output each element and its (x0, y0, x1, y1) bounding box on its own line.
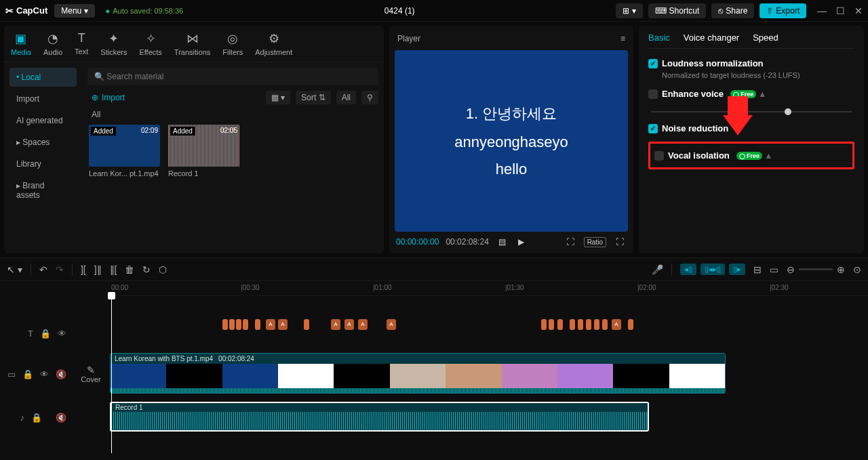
lock-icon[interactable]: 🔒 (31, 413, 42, 423)
shortcut-button[interactable]: ⌨ Shortcut (648, 3, 707, 18)
media-sidebar: • Local Import AI generated ▸ Spaces Lib… (4, 62, 82, 253)
player-viewport[interactable]: 1. 안녕하세요 annyeonghaseyo hello (395, 50, 628, 232)
preview-text-line1: 1. 안녕하세요 (466, 104, 557, 124)
player-menu-icon[interactable]: ≡ (620, 34, 625, 43)
tab-text[interactable]: TText (75, 31, 88, 56)
inspector-panel: Basic Voice changer Speed ✓ Loudness nor… (639, 26, 864, 253)
checkbox-icon: ✓ (648, 59, 658, 68)
sidebar-item-import[interactable]: Import (9, 89, 77, 108)
eye-icon[interactable]: 👁 (58, 329, 66, 339)
loudness-normalization-toggle[interactable]: ✓ Loudness normalization (648, 58, 854, 68)
menu-button[interactable]: Menu ▾ (54, 4, 94, 18)
ratio-button[interactable]: Ratio (584, 237, 606, 247)
lock-icon[interactable]: 🔒 (40, 329, 51, 339)
media-panel: ▣Media ◔Audio TText ✦Stickers ✧Effects ⋈… (4, 26, 384, 253)
mic-button[interactable]: 🎤 (652, 264, 663, 275)
clip-name: Learn Korean with BTS pt.1.mp4 (115, 355, 213, 362)
undo-button[interactable]: ↶ (39, 264, 47, 275)
playhead[interactable] (111, 296, 112, 453)
play-button[interactable]: ▶ (515, 236, 527, 248)
crop-icon[interactable]: ⛶ (564, 236, 577, 248)
preview-tool[interactable]: ▭ (770, 264, 778, 275)
sidebar-item-local[interactable]: • Local (9, 68, 77, 87)
tab-basic[interactable]: Basic (648, 33, 670, 43)
audio-clip[interactable]: Record 1 (110, 402, 649, 432)
media-item-name: Learn Kor... pt.1.mp4 (89, 169, 160, 177)
text-icon: T (78, 31, 85, 45)
vocal-isolation-highlight: Vocal isolation Free ▴ (648, 142, 854, 169)
media-item[interactable]: Added 02:05 Record 1 (168, 125, 239, 177)
mute-icon[interactable]: 🔇 (56, 369, 66, 379)
grid-view-button[interactable]: ▦ ▾ (266, 91, 290, 104)
close-button[interactable]: ✕ (854, 5, 863, 16)
pencil-icon: ✎ (75, 364, 107, 375)
zoom-slider[interactable] (799, 268, 833, 270)
split-right-tool[interactable]: ‖[ (110, 264, 117, 275)
timeline-panel: ↖ ▾ ↶ ↷ ][ ]‖ ‖[ 🗑 ↻ ⬡ 🎤 ◂▯ ▯◂▸▯ ▯▸ ⊟ ▭ … (0, 257, 868, 460)
sidebar-item-ai[interactable]: AI generated (9, 111, 77, 130)
delete-tool[interactable]: 🗑 (125, 264, 134, 275)
vocal-isolation-toggle[interactable]: Vocal isolation Free ▴ (654, 150, 848, 161)
mute-icon[interactable]: 🔇 (56, 413, 66, 423)
preview-text-line2: annyeonghaseyo (454, 133, 568, 151)
align-tool[interactable]: ⊟ (753, 264, 762, 275)
tab-audio[interactable]: ◔Audio (43, 31, 62, 56)
split-left-tool[interactable]: ]‖ (94, 264, 102, 275)
magnet-left-button[interactable]: ◂▯ (680, 264, 696, 275)
tab-speed[interactable]: Speed (753, 33, 778, 43)
layout-button[interactable]: ⊞ ▾ (616, 3, 642, 18)
tab-transitions[interactable]: ⋈Transitions (174, 31, 210, 56)
callout-arrow-icon (723, 115, 753, 135)
filter-button[interactable]: ⚲ (361, 91, 378, 104)
added-badge: Added (91, 127, 116, 135)
magnet-center-button[interactable]: ▯◂▸▯ (701, 264, 725, 275)
titlebar: CapCut Menu ▾ Auto saved: 09:58:36 0424 … (0, 0, 868, 22)
player-title: Player (397, 34, 420, 43)
import-button[interactable]: ⊕ Import (92, 93, 125, 102)
refresh-tool[interactable]: ↻ (142, 264, 151, 275)
clip-duration: 00:02:08:24 (218, 355, 254, 362)
shield-tool[interactable]: ⬡ (159, 264, 167, 275)
text-track-icon: T (28, 329, 33, 339)
sidebar-item-library[interactable]: Library (9, 154, 77, 173)
window-controls: — ☐ ✕ (817, 5, 863, 16)
zoom-in-button[interactable]: ⊕ (837, 264, 845, 275)
eye-icon[interactable]: 👁 (40, 369, 49, 379)
selection-tool[interactable]: ↖ ▾ (7, 264, 22, 275)
tab-media[interactable]: ▣Media (11, 31, 31, 56)
preview-text-line3: hello (496, 161, 527, 178)
share-button[interactable]: ⎋ Share (711, 3, 754, 18)
cover-button[interactable]: ✎ Cover (75, 364, 107, 383)
fullscreen-icon[interactable]: ⛶ (613, 236, 627, 248)
timeline-ruler[interactable]: 00:00 |00:30 |01:00 |01:30 |02:00 |02:30 (108, 281, 868, 296)
zoom-fit-button[interactable]: ⊙ (853, 264, 861, 275)
adjustment-icon: ⚙ (269, 31, 279, 46)
audio-icon: ◔ (47, 31, 58, 46)
video-clip[interactable]: Learn Korean with BTS pt.1.mp4 00:02:08:… (110, 353, 726, 394)
magnet-right-button[interactable]: ▯▸ (729, 264, 745, 275)
tab-adjustment[interactable]: ⚙Adjustment (255, 31, 292, 56)
split-tool[interactable]: ][ (81, 264, 86, 275)
compare-icon[interactable]: ▤ (496, 236, 509, 248)
maximize-button[interactable]: ☐ (836, 5, 845, 16)
tab-filters[interactable]: ◎Filters (222, 31, 243, 56)
tab-voice-changer[interactable]: Voice changer (684, 33, 739, 43)
minimize-button[interactable]: — (817, 5, 827, 16)
total-time: 00:02:08:24 (446, 237, 488, 247)
filter-all-button[interactable]: All (336, 91, 356, 104)
zoom-out-button[interactable]: ⊖ (787, 264, 795, 275)
redo-button[interactable]: ↷ (56, 264, 64, 275)
search-input[interactable]: 🔍 Search material (87, 68, 378, 85)
tab-stickers[interactable]: ✦Stickers (100, 31, 127, 56)
export-button[interactable]: ⇧ Export (760, 3, 806, 18)
sidebar-item-brand[interactable]: ▸ Brand assets (9, 176, 77, 205)
tab-effects[interactable]: ✧Effects (139, 31, 161, 56)
video-track-icon: ▭ (7, 369, 16, 379)
media-item[interactable]: Added 02:09 Learn Kor... pt.1.mp4 (89, 125, 160, 177)
caption-track[interactable]: A A A A A A A (107, 316, 868, 350)
lock-icon[interactable]: 🔒 (22, 369, 33, 379)
sidebar-item-spaces[interactable]: ▸ Spaces (9, 133, 77, 152)
sort-button[interactable]: Sort ⇅ (296, 91, 330, 104)
tool-tabs: ▣Media ◔Audio TText ✦Stickers ✧Effects ⋈… (4, 26, 384, 62)
clip-name: Record 1 (111, 403, 648, 412)
